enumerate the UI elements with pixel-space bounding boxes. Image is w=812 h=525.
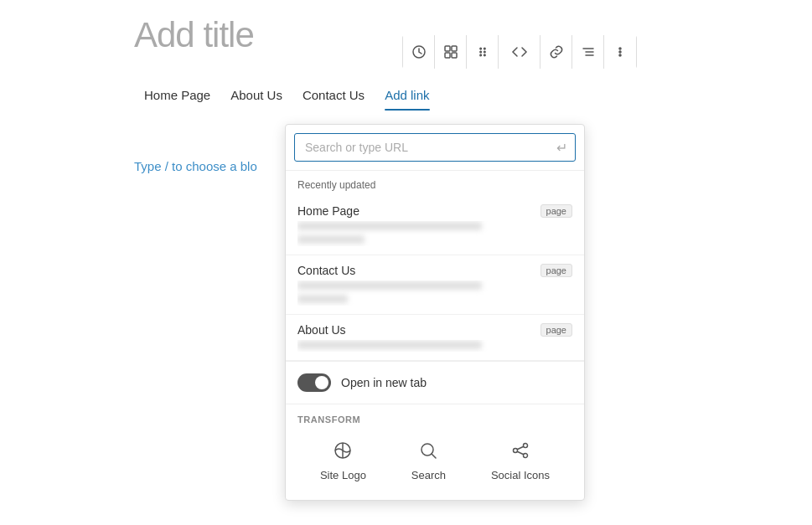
svg-rect-2 xyxy=(452,46,457,51)
link-icon xyxy=(549,44,564,59)
svg-line-20 xyxy=(432,454,436,458)
site-logo-icon xyxy=(334,441,352,464)
result-title-home: Home Page xyxy=(297,204,359,218)
navigate-button[interactable] xyxy=(499,35,540,69)
svg-point-9 xyxy=(479,54,481,56)
results-list[interactable]: Home Page page Contact Us page About Us xyxy=(286,196,584,361)
history-button[interactable] xyxy=(403,35,435,69)
link-search-wrapper: ↵ xyxy=(286,125,584,171)
transform-search-label: Search xyxy=(411,469,446,481)
navigate-icon xyxy=(510,44,529,59)
svg-point-16 xyxy=(619,54,621,56)
result-url-about xyxy=(297,340,532,352)
block-toolbar xyxy=(402,35,637,69)
nav-item-home[interactable]: Home Page xyxy=(134,81,220,109)
svg-point-6 xyxy=(484,48,485,49)
clock-icon xyxy=(411,44,427,59)
navigation-menu: Home Page About Us Contact Us Add link xyxy=(134,81,440,109)
result-badge-home: page xyxy=(540,204,572,218)
list-indent-icon xyxy=(581,44,596,59)
svg-line-24 xyxy=(517,446,524,450)
return-icon: ↵ xyxy=(556,140,567,156)
svg-rect-4 xyxy=(452,53,457,58)
svg-point-23 xyxy=(523,454,527,458)
svg-point-8 xyxy=(484,51,485,53)
social-icons-transform-icon xyxy=(511,441,530,464)
svg-point-21 xyxy=(523,444,527,448)
svg-point-15 xyxy=(619,51,621,53)
svg-point-22 xyxy=(513,449,517,453)
open-new-tab-label: Open in new tab xyxy=(341,376,427,389)
open-new-tab-toggle[interactable] xyxy=(297,373,331,392)
drag-button[interactable] xyxy=(467,35,499,69)
transform-social-icons-label: Social Icons xyxy=(491,469,550,481)
result-url-home xyxy=(297,221,532,246)
search-transform-icon xyxy=(419,441,437,464)
transform-site-logo[interactable]: Site Logo xyxy=(310,436,376,486)
block-icon xyxy=(443,44,458,59)
type-hint: Type / to choose a blo xyxy=(134,159,257,173)
nav-item-add-link[interactable]: Add link xyxy=(375,81,439,109)
link-button[interactable] xyxy=(540,35,572,69)
transform-site-logo-label: Site Logo xyxy=(320,469,366,481)
svg-rect-1 xyxy=(445,46,450,51)
result-item-contact[interactable]: Contact Us page xyxy=(286,255,584,315)
transform-social-icons[interactable]: Social Icons xyxy=(481,436,560,486)
result-item-about[interactable]: About Us page xyxy=(286,315,584,361)
list-indent-button[interactable] xyxy=(572,35,604,69)
result-badge-contact: page xyxy=(540,264,572,277)
result-url-contact xyxy=(297,281,532,306)
drag-icon xyxy=(477,46,489,58)
more-button[interactable] xyxy=(604,35,636,69)
nav-item-contact[interactable]: Contact Us xyxy=(292,81,375,109)
toggle-knob xyxy=(315,376,328,389)
result-title-about: About Us xyxy=(297,323,346,337)
transform-search[interactable]: Search xyxy=(401,436,456,486)
svg-point-14 xyxy=(619,48,621,49)
transform-items: Site Logo Search xyxy=(297,436,572,486)
nav-item-about[interactable]: About Us xyxy=(220,81,292,109)
result-badge-about: page xyxy=(540,323,572,337)
svg-point-5 xyxy=(479,48,481,49)
link-popup: ↵ Recently updated Home Page page Contac… xyxy=(285,124,585,501)
svg-point-7 xyxy=(479,51,481,53)
svg-line-25 xyxy=(517,451,524,455)
result-title-contact: Contact Us xyxy=(297,264,355,277)
result-item-home[interactable]: Home Page page xyxy=(286,196,584,255)
page-title: Add title xyxy=(134,15,254,55)
transform-section-label: TRANSFORM xyxy=(297,414,572,425)
block-button[interactable] xyxy=(435,35,467,69)
svg-point-10 xyxy=(484,54,485,56)
transform-section: TRANSFORM Site Logo xyxy=(286,404,584,500)
link-search-input[interactable] xyxy=(294,133,576,162)
more-icon xyxy=(614,44,626,59)
open-new-tab-row: Open in new tab xyxy=(286,361,584,404)
svg-rect-3 xyxy=(445,53,450,58)
recently-updated-label: Recently updated xyxy=(286,171,584,196)
